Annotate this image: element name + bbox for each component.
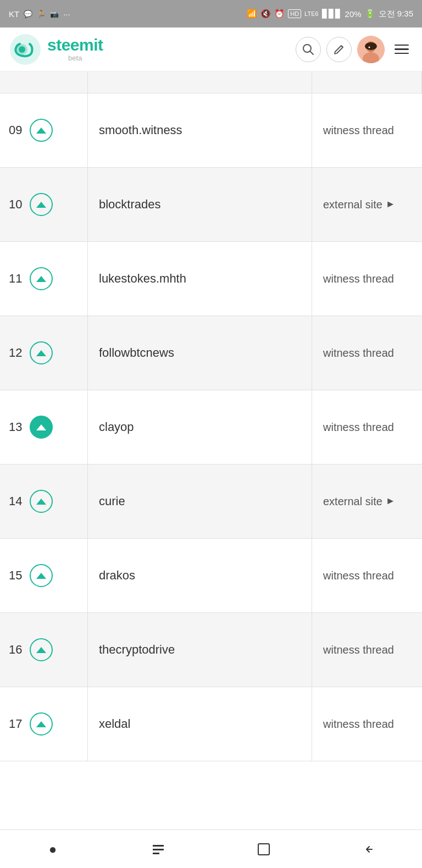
tabs-icon <box>151 842 166 857</box>
status-right: 📶 🔇 ⏰ HD LTE6 ▊▊▊ 20% 🔋 오전 9:35 <box>247 9 413 19</box>
table-row: 11lukestokes.mhthwitness thread <box>0 242 422 316</box>
svg-rect-11 <box>153 849 164 850</box>
witness-link[interactable]: witness thread <box>312 242 422 316</box>
vote-button[interactable] <box>30 341 53 364</box>
witness-link[interactable]: witness thread <box>312 93 422 167</box>
rank-number: 15 <box>9 568 24 583</box>
chevron-up-icon <box>36 721 46 727</box>
battery-icon: 🔋 <box>365 9 375 19</box>
svg-point-9 <box>369 46 370 48</box>
rank-number: 17 <box>9 717 24 731</box>
vote-button[interactable] <box>30 267 53 290</box>
nav-back-button[interactable] <box>353 833 386 866</box>
edit-button[interactable] <box>326 37 352 62</box>
witness-link[interactable]: witness thread <box>312 613 422 687</box>
avatar-svg <box>357 36 385 63</box>
witness-link[interactable]: witness thread <box>312 316 422 390</box>
vote-button[interactable] <box>30 638 53 661</box>
witness-link[interactable]: witness thread <box>312 390 422 464</box>
table-row: 16thecryptodrivewitness thread <box>0 613 422 687</box>
vote-button[interactable] <box>30 490 53 513</box>
status-bar: KT 💬 🏃 📷 ··· 📶 🔇 ⏰ HD LTE6 ▊▊▊ 20% 🔋 오전 … <box>0 0 422 27</box>
witness-link[interactable]: external site ► <box>312 465 422 538</box>
witness-name[interactable]: blocktrades <box>88 168 312 241</box>
rank-number: 11 <box>9 272 24 286</box>
windows-icon <box>257 842 271 856</box>
witness-name[interactable]: followbtcnews <box>88 316 312 390</box>
witness-table: 09smooth.witnesswitness thread10blocktra… <box>0 93 422 761</box>
witness-link[interactable]: witness thread <box>312 687 422 761</box>
menu-button[interactable] <box>390 40 413 59</box>
witness-name[interactable]: thecryptodrive <box>88 613 312 687</box>
witness-link[interactable]: external site ► <box>312 168 422 241</box>
svg-point-8 <box>365 42 377 50</box>
table-row: 17xeldalwitness thread <box>0 687 422 761</box>
col-header-link <box>312 71 422 93</box>
chevron-up-icon <box>36 128 46 134</box>
witness-name[interactable]: clayop <box>88 390 312 464</box>
hd-icon: HD <box>288 9 301 18</box>
nav-windows-button[interactable] <box>247 833 280 866</box>
rank-number: 10 <box>9 197 24 212</box>
rank-cell: 11 <box>0 242 88 316</box>
bottom-navigation: ● <box>0 830 422 868</box>
col-header-rank <box>0 71 88 93</box>
mute-icon: 🔇 <box>260 9 271 19</box>
search-button[interactable] <box>296 37 321 62</box>
svg-point-2 <box>19 46 25 53</box>
table-row: 10blocktradesexternal site ► <box>0 168 422 242</box>
column-header-row <box>0 71 422 93</box>
rank-cell: 12 <box>0 316 88 390</box>
rank-number: 13 <box>9 420 24 434</box>
rank-number: 16 <box>9 643 24 657</box>
chevron-up-icon <box>36 424 46 430</box>
witness-name[interactable]: xeldal <box>88 687 312 761</box>
rank-cell: 13 <box>0 390 88 464</box>
vote-button[interactable] <box>30 416 53 439</box>
witness-name[interactable]: curie <box>88 465 312 538</box>
activity-icon: 🏃 <box>37 10 46 18</box>
table-row: 15drakoswitness thread <box>0 539 422 613</box>
logo-area: steemit beta <box>9 33 289 66</box>
hamburger-line-3 <box>395 53 409 54</box>
rank-cell: 17 <box>0 687 88 761</box>
vote-button[interactable] <box>30 119 53 142</box>
chevron-up-icon <box>36 573 46 579</box>
rank-cell: 15 <box>0 539 88 612</box>
witness-name[interactable]: lukestokes.mhth <box>88 242 312 316</box>
witness-name[interactable]: drakos <box>88 539 312 612</box>
rank-cell: 14 <box>0 465 88 538</box>
user-avatar <box>357 36 385 63</box>
table-row: 12followbtcnewswitness thread <box>0 316 422 390</box>
vote-button[interactable] <box>30 564 53 587</box>
chevron-up-icon <box>36 499 46 505</box>
logo-text: steemit <box>47 37 103 53</box>
chevron-up-icon <box>36 350 46 356</box>
svg-rect-10 <box>153 845 164 847</box>
svg-rect-13 <box>258 844 269 855</box>
witness-link[interactable]: witness thread <box>312 539 422 612</box>
search-icon <box>302 43 314 56</box>
avatar-button[interactable] <box>357 36 385 63</box>
nav-home-button[interactable]: ● <box>36 833 69 866</box>
nav-tabs-button[interactable] <box>142 833 175 866</box>
svg-line-4 <box>310 51 313 54</box>
rank-cell: 09 <box>0 93 88 167</box>
sim-icon: 📶 <box>247 9 257 19</box>
vote-button[interactable] <box>30 193 53 216</box>
rank-cell: 10 <box>0 168 88 241</box>
table-row: 14curieexternal site ► <box>0 465 422 539</box>
camera-icon: 📷 <box>50 10 59 18</box>
signal-bars: ▊▊▊ <box>322 9 342 19</box>
external-link-icon: ► <box>386 494 396 508</box>
time-label: 오전 9:35 <box>379 9 413 19</box>
vote-button[interactable] <box>30 712 53 736</box>
chevron-up-icon <box>36 202 46 208</box>
alarm-icon: ⏰ <box>274 9 285 19</box>
hamburger-line-2 <box>395 48 409 50</box>
external-link-icon: ► <box>386 197 396 211</box>
status-left: KT 💬 🏃 📷 ··· <box>9 9 70 19</box>
talk-icon: 💬 <box>24 10 32 18</box>
col-header-name <box>88 71 312 93</box>
witness-name[interactable]: smooth.witness <box>88 93 312 167</box>
